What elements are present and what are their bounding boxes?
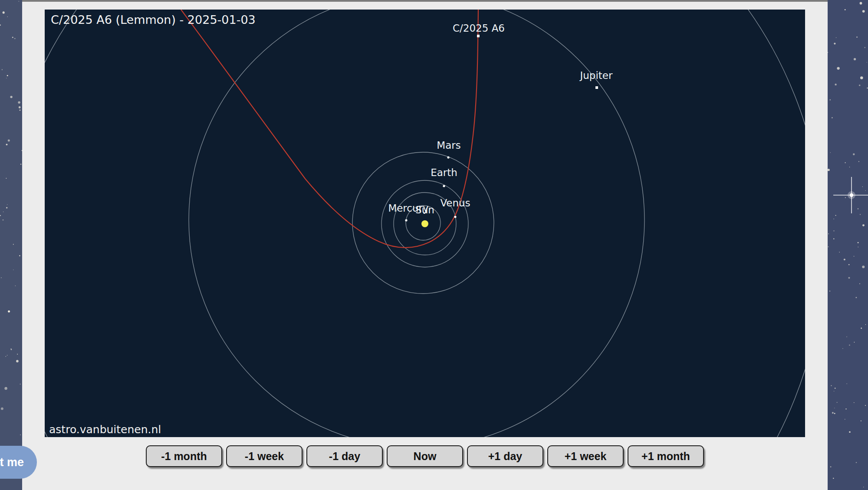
site-watermark: astro.vanbuitenen.nl — [49, 423, 161, 436]
left-star-column — [0, 0, 22, 490]
plus-1-day-button[interactable]: +1 day — [467, 445, 543, 467]
comet-label: C/2025 A6 — [453, 23, 505, 34]
jupiter-label: Jupiter — [579, 70, 613, 81]
left-stars-svg — [0, 0, 22, 490]
right-stars-svg — [828, 0, 868, 490]
orbit-canvas: MercuryVenusEarthMarsJupiterSunC/2025 A6… — [45, 10, 805, 437]
chat-bubble[interactable]: t me — [0, 446, 37, 479]
plus-1-week-button[interactable]: +1 week — [547, 445, 624, 467]
earth-label: Earth — [431, 167, 457, 178]
page: { "page": { "background": "#ececec", "to… — [0, 0, 868, 490]
orbit-title: C/2025 A6 (Lemmon) - 2025-01-03 — [51, 13, 256, 27]
jupiter-orbit — [189, 10, 644, 437]
plus-1-month-button[interactable]: +1 month — [628, 445, 704, 467]
jupiter-dot — [595, 86, 598, 89]
venus-dot — [454, 216, 456, 218]
chat-bubble-label: t me — [0, 456, 24, 469]
right-star-column — [828, 0, 868, 490]
button-row: -1 month-1 week-1 dayNow+1 day+1 week+1 … — [45, 445, 805, 467]
minus-1-day-button[interactable]: -1 day — [306, 445, 383, 467]
venus-label: Venus — [440, 197, 470, 209]
top-strip — [22, 0, 828, 2]
minus-1-month-button[interactable]: -1 month — [146, 445, 222, 467]
mercury-dot — [405, 219, 407, 221]
mars-label: Mars — [437, 140, 460, 151]
earth-dot — [443, 185, 445, 187]
sun-dot — [421, 220, 428, 227]
now-button[interactable]: Now — [387, 445, 463, 467]
comet-dot — [477, 35, 480, 37]
orbit-svg: MercuryVenusEarthMarsJupiterSunC/2025 A6 — [45, 10, 805, 437]
mars-dot — [447, 156, 449, 158]
sun-label: Sun — [415, 204, 434, 216]
minus-1-week-button[interactable]: -1 week — [226, 445, 302, 467]
bright-star-icon — [833, 177, 868, 213]
